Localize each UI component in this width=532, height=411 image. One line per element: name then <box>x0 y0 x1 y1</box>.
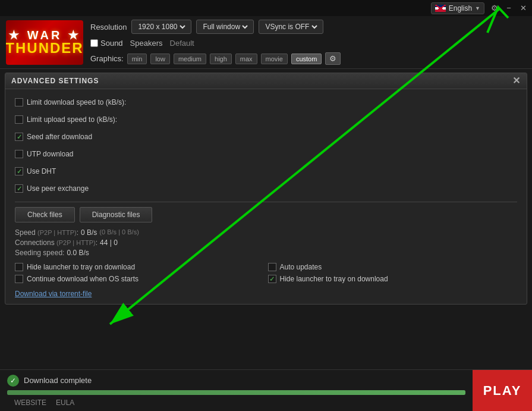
speed-detail: (0 B/s | 0 B/s) <box>99 228 138 237</box>
graphics-medium-button[interactable]: medium <box>174 54 206 64</box>
website-link[interactable]: WEBSITE <box>14 399 46 407</box>
panel-title: ADVANCED SETTINGS <box>11 77 99 85</box>
graphics-settings-gear-button[interactable]: ⚙ <box>325 52 341 65</box>
top-bar: English ▼ ⚙ − ✕ <box>0 0 532 16</box>
default-label: Default <box>170 39 194 48</box>
torrent-link[interactable]: Download via torrent-file <box>15 290 92 298</box>
limit-upload-checkbox[interactable] <box>15 115 23 124</box>
graphics-min-button[interactable]: min <box>127 54 147 64</box>
window-mode-select[interactable]: Full window <box>200 22 250 32</box>
connections-value: 44 | 0 <box>100 239 118 247</box>
setting-use-peer-exchange: Use peer exchange <box>15 181 517 196</box>
setting-utp-download: UTP download <box>15 147 517 161</box>
sound-label: Sound <box>100 39 123 48</box>
continue-download-label: Continue download when OS starts <box>27 275 138 283</box>
vsync-select[interactable]: VSync is OFF <box>263 22 319 32</box>
option-hide-launcher-2: Hide launcher to tray on download <box>268 275 518 283</box>
graphics-max-button[interactable]: max <box>235 54 257 64</box>
check-circle-icon: ✓ <box>7 375 19 387</box>
option-continue-download: Continue download when OS starts <box>15 275 265 283</box>
seeding-label: Seeding speed: <box>15 249 64 257</box>
panel-close-button[interactable]: ✕ <box>512 76 521 86</box>
game-logo: ★ WAR ★ THUNDER <box>6 20 83 65</box>
sound-checkbox[interactable] <box>90 39 98 47</box>
close-button[interactable]: ✕ <box>517 2 530 15</box>
stats-section: Speed (P2P | HTTP): 0 B/s (0 B/s | 0 B/s… <box>15 228 517 257</box>
speakers-label: Speakers <box>130 39 163 48</box>
graphics-low-button[interactable]: low <box>150 54 170 64</box>
use-dht-checkbox[interactable] <box>15 167 23 175</box>
bottom-left: ✓ Download complete WEBSITE EULA <box>0 375 473 407</box>
graphics-custom-button[interactable]: custom <box>291 54 322 64</box>
chevron-down-icon: ▼ <box>475 5 480 11</box>
progress-bar-container <box>7 390 465 395</box>
use-peer-exchange-label: Use peer exchange <box>27 184 89 193</box>
window-controls: ⚙ − ✕ <box>488 2 530 15</box>
use-peer-exchange-checkbox[interactable] <box>15 184 23 193</box>
graphics-label: Graphics: <box>90 54 124 63</box>
hide-launcher-checkbox[interactable] <box>15 263 23 271</box>
download-complete-row: ✓ Download complete <box>7 375 465 387</box>
resolution-label: Resolution <box>90 23 127 32</box>
bottom-links: WEBSITE EULA <box>7 399 465 407</box>
graphics-row: Graphics: min low medium high max movie … <box>90 52 526 65</box>
action-buttons: Check files Diagnostic files <box>15 207 517 222</box>
auto-updates-label: Auto updates <box>280 263 322 271</box>
seeding-value: 0.0 B/s <box>67 249 89 257</box>
setting-use-dht: Use DHT <box>15 164 517 178</box>
sound-row: Sound Speakers Default <box>90 39 526 48</box>
setting-limit-download: Limit download speed to (kB/s): <box>15 95 517 109</box>
resolution-dropdown[interactable]: 1920 x 1080 <box>131 20 191 34</box>
connections-label: Connections (P2P | HTTP): <box>15 239 97 247</box>
divider <box>15 202 517 202</box>
limit-upload-label: Limit upload speed to (kB/s): <box>27 115 117 124</box>
settings-button[interactable]: ⚙ <box>488 2 501 15</box>
logo-thunder: THUNDER <box>6 41 83 55</box>
hide-launcher-label: Hide launcher to tray on download <box>27 263 135 271</box>
use-dht-label: Use DHT <box>27 167 56 175</box>
download-complete-label: Download complete <box>24 376 92 385</box>
flag-icon <box>435 5 446 12</box>
option-hide-launcher: Hide launcher to tray on download <box>15 263 265 271</box>
logo-war: ★ WAR ★ <box>6 29 83 41</box>
limit-download-label: Limit download speed to (kB/s): <box>27 98 126 106</box>
resolution-select[interactable]: 1920 x 1080 <box>136 22 187 32</box>
speed-label: Speed (P2P | HTTP): <box>15 228 78 237</box>
panel-title-bar: ADVANCED SETTINGS ✕ <box>5 73 527 89</box>
setting-limit-upload: Limit upload speed to (kB/s): <box>15 112 517 127</box>
graphics-high-button[interactable]: high <box>210 54 232 64</box>
advanced-settings-panel: ADVANCED SETTINGS ✕ Limit download speed… <box>5 73 527 305</box>
seed-after-download-checkbox[interactable] <box>15 133 23 141</box>
minimize-button[interactable]: − <box>502 2 515 15</box>
language-label: English <box>449 4 472 12</box>
resolution-row: Resolution 1920 x 1080 Full window VSync… <box>90 20 526 34</box>
continue-download-checkbox[interactable] <box>15 275 23 283</box>
bottom-bar: ✓ Download complete WEBSITE EULA PLAY <box>0 369 532 411</box>
auto-updates-checkbox[interactable] <box>268 263 276 271</box>
option-auto-updates: Auto updates <box>268 263 518 271</box>
hide-launcher-2-label: Hide launcher to tray on download <box>280 275 388 283</box>
utp-download-label: UTP download <box>27 150 74 158</box>
hide-launcher-2-checkbox[interactable] <box>268 275 276 283</box>
graphics-movie-button[interactable]: movie <box>261 54 288 64</box>
speed-value: 0 B/s <box>81 228 97 237</box>
window-mode-dropdown[interactable]: Full window <box>196 20 254 34</box>
panel-body: Limit download speed to (kB/s): Limit up… <box>5 89 527 304</box>
utp-download-checkbox[interactable] <box>15 150 23 158</box>
diagnostic-files-button[interactable]: Diagnostic files <box>80 207 153 222</box>
header-area: ★ WAR ★ THUNDER Resolution 1920 x 1080 F… <box>0 16 532 69</box>
progress-bar-fill <box>7 390 465 395</box>
eula-link[interactable]: EULA <box>56 399 74 407</box>
setting-seed-after-download: Seed after download <box>15 130 517 144</box>
limit-download-checkbox[interactable] <box>15 98 23 106</box>
vsync-dropdown[interactable]: VSync is OFF <box>259 20 323 34</box>
options-grid: Hide launcher to tray on download Auto u… <box>15 263 517 283</box>
check-files-button[interactable]: Check files <box>15 207 75 222</box>
header-controls: Resolution 1920 x 1080 Full window VSync… <box>90 20 526 65</box>
language-selector[interactable]: English ▼ <box>431 2 484 14</box>
play-button[interactable]: PLAY <box>473 370 532 412</box>
sound-checkbox-wrapper[interactable]: Sound <box>90 39 123 48</box>
seed-after-download-label: Seed after download <box>27 133 92 141</box>
